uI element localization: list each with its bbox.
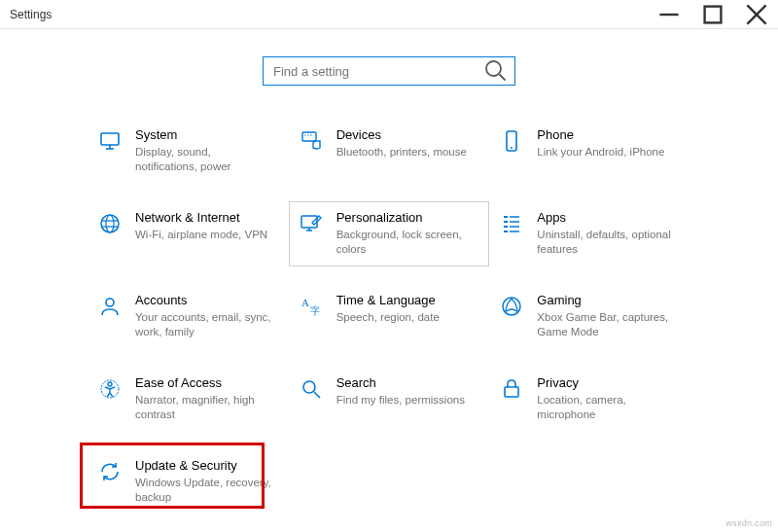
svg-point-36	[303, 381, 315, 393]
tile-title: Time & Language	[336, 293, 440, 309]
tile-privacy[interactable]: Privacy Location, camera, microphone	[489, 367, 690, 432]
svg-text:A: A	[301, 297, 309, 308]
tile-search[interactable]: Search Find my files, permissions	[289, 367, 490, 432]
tile-gaming[interactable]: Gaming Xbox Game Bar, captures, Game Mod…	[489, 284, 690, 349]
gaming-icon	[496, 293, 527, 318]
content-area: System Display, sound, notifications, po…	[0, 29, 778, 514]
search-wrap	[0, 56, 778, 86]
search-category-icon	[296, 375, 327, 401]
system-icon	[94, 127, 125, 153]
tile-desc: Windows Update, recovery, backup	[135, 476, 271, 506]
tile-desc: Link your Android, iPhone	[537, 145, 664, 160]
tile-time-language[interactable]: A字 Time & Language Speech, region, date	[289, 284, 490, 349]
network-icon	[94, 210, 125, 235]
tile-devices[interactable]: Devices Bluetooth, printers, mouse	[289, 119, 490, 184]
svg-point-10	[304, 134, 305, 135]
tile-desc: Find my files, permissions	[336, 393, 465, 408]
personalization-icon	[296, 210, 327, 235]
tile-desc: Xbox Game Bar, captures, Game Mode	[537, 310, 673, 340]
tile-desc: Narrator, magnifier, high contrast	[135, 393, 271, 423]
devices-icon	[296, 127, 327, 153]
search-icon	[483, 58, 507, 85]
tile-accounts[interactable]: Accounts Your accounts, email, sync, wor…	[88, 284, 289, 349]
tile-update-security[interactable]: Update & Security Windows Update, recove…	[88, 449, 289, 514]
privacy-icon	[496, 375, 527, 401]
search-box[interactable]	[263, 56, 515, 86]
time-language-icon: A字	[296, 293, 327, 318]
tile-title: Phone	[537, 127, 664, 144]
tile-title: Gaming	[537, 293, 673, 309]
tile-title: Update & Security	[135, 458, 271, 475]
tile-desc: Location, camera, microphone	[537, 393, 673, 423]
tile-title: Accounts	[135, 293, 271, 309]
window-title: Settings	[10, 8, 647, 21]
svg-point-4	[486, 61, 501, 76]
tile-title: System	[135, 127, 271, 144]
apps-icon	[496, 210, 527, 235]
minimize-button[interactable]	[647, 0, 690, 29]
tile-title: Network & Internet	[135, 210, 267, 227]
titlebar: Settings	[0, 0, 778, 29]
tile-phone[interactable]: Phone Link your Android, iPhone	[489, 119, 690, 184]
tile-title: Ease of Access	[135, 375, 271, 392]
tile-desc: Bluetooth, printers, mouse	[336, 145, 467, 160]
svg-point-16	[106, 215, 114, 232]
tile-title: Personalization	[336, 210, 473, 227]
svg-point-12	[310, 134, 311, 135]
phone-icon	[496, 127, 527, 153]
svg-point-35	[108, 382, 112, 386]
tile-title: Search	[336, 375, 465, 392]
tile-desc: Speech, region, date	[336, 310, 440, 326]
svg-rect-6	[101, 133, 119, 145]
svg-point-15	[101, 215, 119, 232]
tile-desc: Your accounts, email, sync, work, family	[135, 310, 271, 340]
tile-apps[interactable]: Apps Uninstall, defaults, optional featu…	[489, 201, 690, 266]
svg-point-33	[503, 298, 520, 315]
svg-rect-38	[505, 387, 518, 397]
tile-desc: Background, lock screen, colors	[336, 228, 473, 258]
window-controls	[647, 0, 778, 29]
svg-rect-1	[704, 6, 721, 22]
tile-ease-of-access[interactable]: Ease of Access Narrator, magnifier, high…	[88, 367, 289, 432]
tile-desc: Uninstall, defaults, optional features	[537, 228, 673, 258]
svg-rect-9	[302, 132, 316, 141]
update-security-icon	[94, 458, 125, 483]
svg-text:字: 字	[310, 305, 320, 316]
svg-rect-19	[301, 216, 317, 228]
tile-system[interactable]: System Display, sound, notifications, po…	[88, 119, 289, 184]
close-button[interactable]	[734, 0, 778, 29]
svg-point-30	[106, 299, 114, 306]
ease-of-access-icon	[94, 375, 125, 401]
svg-point-14	[511, 147, 513, 149]
maximize-button[interactable]	[690, 0, 734, 29]
settings-grid: System Display, sound, notifications, po…	[0, 119, 778, 514]
tile-desc: Wi-Fi, airplane mode, VPN	[135, 228, 267, 243]
svg-point-11	[307, 134, 308, 135]
accounts-icon	[94, 293, 125, 318]
tile-network[interactable]: Network & Internet Wi-Fi, airplane mode,…	[88, 201, 289, 266]
tile-title: Devices	[336, 127, 467, 144]
search-input[interactable]	[273, 64, 483, 79]
tile-personalization[interactable]: Personalization Background, lock screen,…	[289, 201, 490, 266]
tile-title: Privacy	[537, 375, 673, 392]
svg-line-37	[314, 392, 320, 398]
tile-title: Apps	[537, 210, 673, 227]
tile-desc: Display, sound, notifications, power	[135, 145, 271, 175]
source-watermark: wsxdn.com	[725, 518, 772, 528]
svg-line-5	[500, 74, 506, 80]
